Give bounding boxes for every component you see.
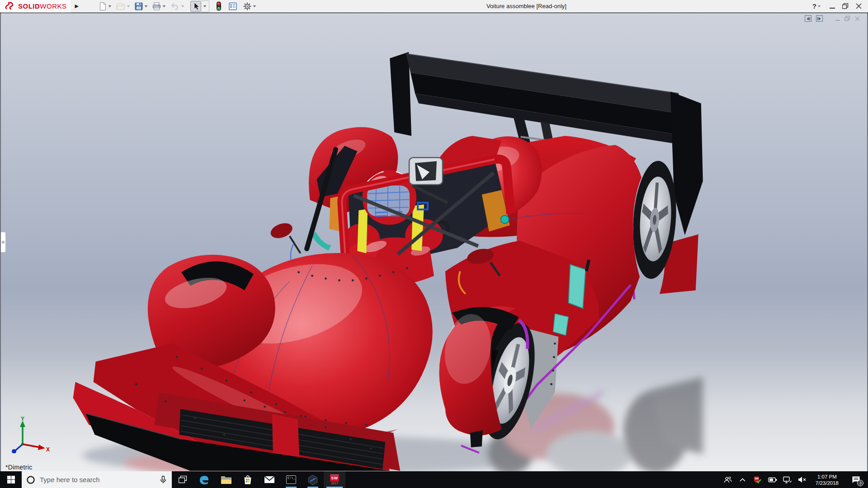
file-explorer-icon	[221, 475, 232, 484]
notification-badge: 3	[857, 480, 863, 486]
print-icon	[152, 2, 161, 11]
open-button[interactable]	[115, 1, 132, 12]
windows-taskbar: Type here to search	[0, 471, 868, 488]
dropdown-caret	[818, 5, 821, 7]
titlebar: SOLIDWORKS ▶	[0, 0, 868, 13]
help-button[interactable]: ?	[812, 2, 822, 10]
dropdown-caret[interactable]	[145, 5, 147, 7]
clock-date: 7/23/2018	[816, 480, 839, 486]
task-view-button[interactable]	[172, 471, 193, 488]
menu-expand-arrow[interactable]: ▶	[75, 3, 79, 9]
svg-text:SW: SW	[755, 477, 760, 480]
taskbar-app-command-prompt[interactable]: C:\_	[280, 471, 302, 488]
display-settings-button[interactable]	[227, 1, 238, 12]
feature-tree-flyout-handle[interactable]	[1, 232, 6, 253]
battery-icon[interactable]	[767, 477, 778, 483]
hexagon-app-icon	[307, 474, 318, 485]
document-window-controls	[805, 15, 860, 22]
view-orientation-label: *Dimetric	[5, 464, 32, 471]
dropdown-caret	[203, 5, 206, 7]
windows-logo-icon	[7, 476, 15, 483]
clock-time: 1:07 PM	[816, 474, 839, 480]
side-mirror-left	[269, 221, 300, 261]
search-placeholder-text: Type here to search	[40, 476, 155, 483]
dropdown-caret[interactable]	[108, 5, 111, 7]
minimize-button[interactable]	[830, 8, 835, 9]
solidworks-logo-mark-icon	[5, 1, 18, 11]
new-document-button[interactable]	[98, 1, 114, 12]
harness-strap-left	[357, 209, 368, 253]
cortana-icon	[26, 475, 35, 484]
triad-y-label: Y	[21, 416, 24, 422]
taskbar-app-file-explorer[interactable]	[215, 471, 237, 488]
dropdown-caret[interactable]	[253, 5, 256, 7]
car-3d-model[interactable]	[1, 13, 867, 471]
select-arrow-icon	[192, 2, 200, 11]
teal-fitting	[501, 216, 509, 224]
previous-pane-button[interactable]	[805, 15, 811, 22]
taskbar-app-hexagon[interactable]	[302, 471, 324, 488]
options-gear-button[interactable]	[242, 1, 259, 12]
brand-text-bold: SOLID	[18, 2, 40, 10]
volume-muted-icon[interactable]	[797, 476, 808, 483]
new-document-icon	[99, 2, 107, 11]
edge-icon	[198, 474, 210, 486]
graphics-viewport[interactable]: Y X *Dimetric	[0, 13, 868, 471]
rebuild-button[interactable]	[215, 1, 223, 12]
save-icon	[134, 2, 143, 11]
undo-button[interactable]	[169, 1, 187, 12]
child-minimize-button[interactable]	[835, 20, 840, 21]
restore-button[interactable]	[842, 3, 849, 9]
task-view-icon	[179, 476, 187, 483]
solidworks-logo: SOLIDWORKS	[0, 0, 71, 13]
triad-x-label: X	[46, 446, 50, 453]
search-box[interactable]: Type here to search	[22, 471, 172, 488]
microphone-icon[interactable]	[159, 475, 167, 484]
action-center-button[interactable]: 3	[846, 471, 865, 488]
close-button[interactable]	[856, 3, 862, 9]
system-tray: SW	[722, 471, 868, 488]
taskbar-clock[interactable]: 1:07 PM 7/23/2018	[812, 474, 842, 486]
side-window	[568, 264, 585, 308]
solidworks-monitor-icon[interactable]: SW	[752, 476, 763, 483]
window-controls: ?	[812, 2, 868, 10]
network-display-icon[interactable]	[782, 476, 793, 483]
rebuild-traffic-light-icon	[216, 1, 222, 11]
print-button[interactable]	[151, 1, 168, 12]
quick-toolbar	[98, 0, 259, 12]
taskbar-app-solidworks[interactable]: SW 2017	[324, 471, 345, 488]
solidworks-app-icon: SW	[330, 474, 339, 482]
mail-icon	[264, 475, 275, 484]
brand-text-light: WORKS	[40, 2, 66, 10]
store-icon	[243, 474, 253, 485]
orientation-triad: Y X	[8, 416, 50, 453]
select-arrow-button[interactable]	[190, 1, 201, 12]
taskbar-app-mail[interactable]	[259, 471, 280, 488]
side-window-lower	[553, 314, 568, 335]
undo-icon	[170, 2, 180, 11]
dropdown-caret[interactable]	[163, 5, 165, 7]
window-title: Voiture assomblee [Read-only]	[259, 3, 812, 9]
select-arrow-dropdown[interactable]	[201, 0, 209, 12]
next-pane-button[interactable]	[816, 15, 823, 22]
command-prompt-icon: C:\_	[286, 475, 296, 484]
save-button[interactable]	[133, 1, 150, 12]
open-folder-icon	[116, 2, 126, 11]
taskbar-empty-area	[345, 471, 722, 488]
taskbar-app-edge[interactable]	[193, 471, 215, 488]
child-restore-button[interactable]	[844, 16, 850, 21]
people-icon[interactable]	[722, 476, 733, 483]
display-settings-icon	[228, 2, 237, 11]
options-gear-icon	[243, 2, 252, 11]
dropdown-caret[interactable]	[181, 5, 184, 7]
flyout-dot-icon	[2, 241, 5, 244]
taskbar-app-store[interactable]	[237, 471, 259, 488]
child-close-button[interactable]	[855, 16, 860, 21]
start-button[interactable]	[0, 471, 22, 488]
rear-view-mirror-pod	[409, 158, 443, 185]
chevron-up-icon[interactable]	[737, 478, 748, 482]
help-icon: ?	[812, 2, 816, 10]
dropdown-caret[interactable]	[127, 5, 130, 7]
